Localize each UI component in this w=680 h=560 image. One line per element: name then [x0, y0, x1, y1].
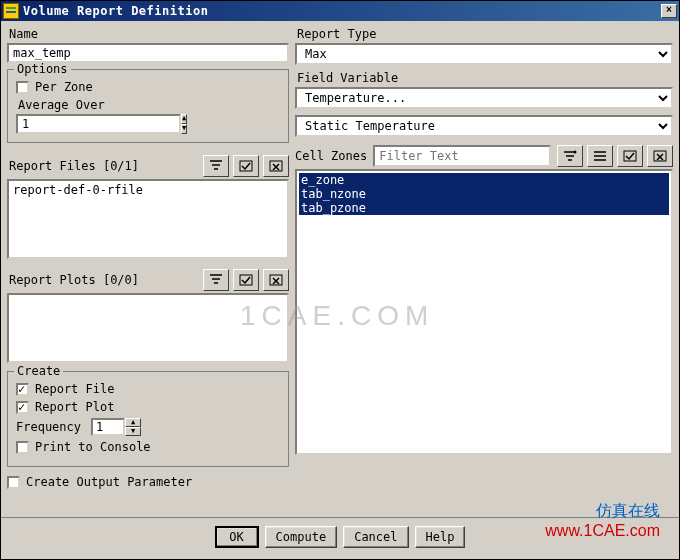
- deselect-all-icon[interactable]: [647, 145, 673, 167]
- create-group: Create Report File Report Plot Frequency…: [7, 371, 289, 467]
- per-zone-checkbox[interactable]: [16, 81, 29, 94]
- close-button[interactable]: ×: [661, 4, 677, 18]
- sort-icon[interactable]: [587, 145, 613, 167]
- app-icon: [3, 3, 19, 19]
- cell-zones-filter-input[interactable]: [373, 145, 551, 167]
- select-all-icon[interactable]: [233, 269, 259, 291]
- cancel-button[interactable]: Cancel: [343, 526, 408, 548]
- deselect-all-icon[interactable]: [263, 269, 289, 291]
- field-variable-category-select[interactable]: Temperature...: [295, 87, 673, 109]
- report-type-label: Report Type: [297, 27, 673, 41]
- report-plot-label: Report Plot: [35, 400, 114, 414]
- report-files-list[interactable]: report-def-0-rfile: [7, 179, 289, 259]
- print-to-console-checkbox[interactable]: [16, 441, 29, 454]
- list-item[interactable]: tab_nzone: [299, 187, 669, 201]
- frequency-input[interactable]: [91, 418, 125, 436]
- list-item[interactable]: report-def-0-rfile: [11, 183, 285, 197]
- create-legend: Create: [14, 364, 63, 378]
- average-over-label: Average Over: [18, 98, 280, 112]
- print-to-console-label: Print to Console: [35, 440, 151, 454]
- report-plot-checkbox[interactable]: [16, 401, 29, 414]
- help-button[interactable]: Help: [415, 526, 466, 548]
- filter-toggle-icon[interactable]: [203, 269, 229, 291]
- svg-rect-0: [240, 161, 252, 171]
- report-plots-label: Report Plots [0/0]: [9, 273, 203, 287]
- average-over-spinner[interactable]: ▲ ▼: [16, 114, 146, 134]
- report-files-label: Report Files [0/1]: [9, 159, 203, 173]
- field-variable-label: Field Variable: [297, 71, 673, 85]
- svg-rect-2: [240, 275, 252, 285]
- name-input[interactable]: [7, 43, 289, 63]
- list-item[interactable]: tab_pzone: [299, 201, 669, 215]
- create-output-parameter-label: Create Output Parameter: [26, 475, 192, 489]
- spin-down-icon[interactable]: ▼: [125, 427, 141, 436]
- svg-rect-5: [624, 151, 636, 161]
- select-all-icon[interactable]: [233, 155, 259, 177]
- average-over-input[interactable]: [16, 114, 181, 134]
- svg-point-4: [574, 151, 577, 154]
- frequency-label: Frequency: [16, 420, 81, 434]
- options-legend: Options: [14, 62, 71, 76]
- report-plots-list[interactable]: [7, 293, 289, 363]
- volume-report-dialog: Volume Report Definition × Name Options …: [0, 0, 680, 560]
- cell-zones-label: Cell Zones: [295, 149, 367, 163]
- deselect-all-icon[interactable]: [263, 155, 289, 177]
- spin-up-icon[interactable]: ▲: [181, 114, 187, 124]
- report-file-label: Report File: [35, 382, 114, 396]
- select-all-icon[interactable]: [617, 145, 643, 167]
- name-label: Name: [9, 27, 289, 41]
- filter-options-icon[interactable]: [557, 145, 583, 167]
- field-variable-select[interactable]: Static Temperature: [295, 115, 673, 137]
- list-item[interactable]: e_zone: [299, 173, 669, 187]
- filter-toggle-icon[interactable]: [203, 155, 229, 177]
- button-bar: OK Compute Cancel Help: [1, 517, 679, 552]
- cell-zones-list[interactable]: e_zone tab_nzone tab_pzone: [295, 169, 673, 455]
- window-title: Volume Report Definition: [23, 4, 661, 18]
- report-type-select[interactable]: Max: [295, 43, 673, 65]
- title-bar[interactable]: Volume Report Definition ×: [1, 1, 679, 21]
- compute-button[interactable]: Compute: [265, 526, 338, 548]
- frequency-spinner[interactable]: ▲ ▼: [91, 418, 141, 436]
- spin-up-icon[interactable]: ▲: [125, 418, 141, 427]
- per-zone-label: Per Zone: [35, 80, 93, 94]
- spin-down-icon[interactable]: ▼: [181, 124, 187, 134]
- options-group: Options Per Zone Average Over ▲ ▼: [7, 69, 289, 143]
- create-output-parameter-checkbox[interactable]: [7, 476, 20, 489]
- report-file-checkbox[interactable]: [16, 383, 29, 396]
- ok-button[interactable]: OK: [215, 526, 259, 548]
